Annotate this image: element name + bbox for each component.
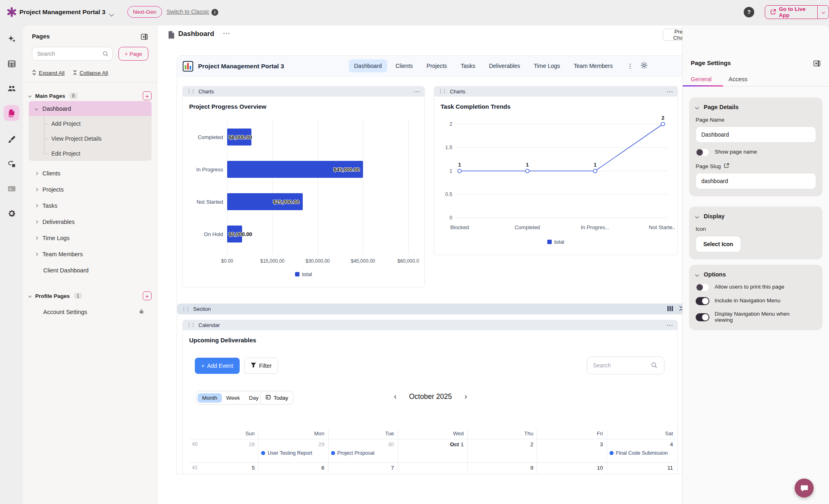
calendar-day-cell[interactable]: 40 28 [189, 439, 259, 463]
pages-icon[interactable] [4, 105, 19, 121]
select-icon-button[interactable]: Select Icon [696, 236, 741, 252]
users-icon[interactable] [4, 80, 19, 96]
chevron-right-icon[interactable]: › [454, 392, 478, 401]
sidebar-item-clients[interactable]: Clients [29, 166, 152, 181]
calendar-day-cell[interactable]: 10 [537, 463, 607, 474]
help-icon[interactable]: ? [744, 7, 754, 17]
overflow-dots-icon[interactable]: ⋮ [627, 62, 633, 70]
collapse-all-link[interactable]: Collapse All [80, 70, 108, 76]
charts-block-header[interactable]: ⋮⋮ Charts ··· [434, 86, 678, 97]
profile-pages-group-header[interactable]: Profile Pages 1 + [29, 290, 152, 302]
display-nav-when-viewing-toggle[interactable] [696, 313, 709, 321]
calendar-day-cell[interactable]: 2 [468, 439, 537, 463]
sidebar-item-client-dashboard[interactable]: Client Dashboard [29, 263, 152, 278]
go-live-chevron-down-icon[interactable] [818, 6, 829, 19]
nav-item-time-logs[interactable]: Time Logs [529, 59, 565, 72]
asterisk-logo-icon[interactable] [6, 7, 17, 19]
columns-icon[interactable] [667, 306, 673, 312]
switch-to-classic-link[interactable]: Switch to Classic [167, 8, 209, 15]
display-header[interactable]: Display [696, 213, 816, 219]
add-event-button[interactable]: + Add Event [195, 358, 240, 374]
billing-icon[interactable] [4, 181, 19, 196]
data-point [458, 169, 462, 173]
nav-item-dashboard[interactable]: Dashboard [349, 59, 387, 72]
date-label: 6 [321, 465, 325, 471]
sidebar-item-time-logs[interactable]: Time Logs [29, 230, 152, 245]
nav-item-deliverables[interactable]: Deliverables [484, 59, 525, 72]
allow-print-toggle[interactable] [696, 283, 709, 291]
legend-label: total [554, 239, 564, 245]
sparkles-icon[interactable] [4, 31, 19, 47]
page-menu-ellipsis-icon[interactable]: ··· [223, 30, 230, 37]
main-pages-group-header[interactable]: Main Pages 8 + [29, 90, 152, 101]
go-to-live-app-button[interactable]: Go to Live App [765, 5, 829, 19]
calendar-day-cell[interactable] [398, 463, 468, 474]
calendar-event[interactable]: Project Proposal [331, 450, 398, 456]
paintbrush-icon[interactable] [4, 131, 19, 147]
calendar-day-cell[interactable]: 6 [259, 463, 328, 474]
calendar-day-cell[interactable]: 3 [537, 439, 607, 463]
calendar-day-cell[interactable]: 9 [468, 463, 537, 474]
page-slug-input[interactable] [696, 173, 816, 189]
calendar-day-cell[interactable]: 41 5 [189, 463, 259, 474]
info-icon[interactable]: i [211, 9, 218, 16]
sidebar-item-tasks[interactable]: Tasks [29, 198, 152, 213]
drag-handle-icon[interactable]: ⋮⋮ [438, 89, 446, 94]
block-menu-ellipsis-icon[interactable]: ··· [667, 89, 673, 95]
external-link-icon[interactable] [724, 163, 729, 169]
drag-handle-icon[interactable]: ⋮⋮ [187, 89, 195, 94]
table-icon[interactable] [4, 56, 19, 72]
nav-item-clients[interactable]: Clients [390, 59, 418, 72]
drag-handle-icon[interactable]: ⋮⋮ [181, 306, 190, 312]
search-icon [651, 362, 658, 370]
charts-block-header[interactable]: ⋮⋮ Charts ··· [182, 86, 425, 97]
workflow-icon[interactable] [4, 156, 19, 172]
block-menu-ellipsis-icon[interactable]: ··· [414, 89, 420, 95]
collapse-panel-right-icon[interactable] [813, 59, 821, 69]
search-icon [102, 51, 109, 59]
add-page-button[interactable]: + Page [118, 47, 148, 61]
options-header[interactable]: Options [696, 271, 816, 278]
calendar-day-cell[interactable]: 29 User Testing Report [259, 439, 328, 463]
sidebar-item-add-project[interactable]: Add Project [29, 116, 152, 131]
show-page-name-toggle[interactable] [696, 148, 709, 156]
nav-item-projects[interactable]: Projects [421, 59, 452, 72]
calendar-event[interactable]: Final Code Submission [610, 450, 677, 456]
sidebar-item-team-members[interactable]: Team Members [29, 247, 152, 261]
sidebar-item-deliverables[interactable]: Deliverables [29, 214, 152, 229]
page-details-header[interactable]: Page Details [696, 104, 816, 110]
theme-sun-icon[interactable] [641, 62, 648, 70]
pages-search-input[interactable] [32, 47, 113, 61]
add-profile-page-button[interactable]: + [143, 291, 152, 300]
calendar-day-cell[interactable]: 4 Final Code Submission [607, 439, 677, 463]
sidebar-item-account-settings[interactable]: Account Settings [29, 304, 152, 319]
page-name-input[interactable] [696, 127, 816, 143]
chat-launcher-icon[interactable] [795, 479, 814, 498]
calendar-event[interactable]: Project Closure Docume [331, 474, 398, 474]
calendar-day-cell[interactable]: 30 Project Proposal [329, 439, 398, 463]
collapse-panel-icon[interactable] [140, 33, 148, 41]
calendar-day-cell[interactable]: 11 [607, 463, 677, 474]
sidebar-item-edit-project[interactable]: Edit Project [29, 146, 152, 161]
section-block-header[interactable]: ⋮⋮ Section ··· [177, 304, 700, 314]
sidebar-item-view-project-details[interactable]: View Project Details [29, 131, 152, 146]
app-header: Project Management Portal 3 Dashboard Cl… [177, 56, 700, 77]
drag-handle-icon[interactable]: ⋮⋮ [187, 322, 195, 328]
calendar-day-cell[interactable]: Oct1 [398, 439, 468, 463]
sidebar-item-projects[interactable]: Projects [29, 182, 152, 197]
expand-all-link[interactable]: Expand All [39, 70, 65, 76]
nav-item-team-members[interactable]: Team Members [569, 59, 618, 72]
workspace-chevron-down-icon[interactable] [110, 10, 113, 17]
calendar-day-cell[interactable]: 7 Project Closure Docume [329, 463, 398, 474]
nav-item-tasks[interactable]: Tasks [456, 59, 481, 72]
calendar-event[interactable]: User Testing Report [261, 450, 328, 456]
include-nav-toggle[interactable] [696, 297, 709, 305]
block-menu-ellipsis-icon[interactable]: ··· [667, 322, 673, 328]
settings-gear-icon[interactable] [4, 205, 19, 221]
gridline [318, 121, 318, 254]
calendar-block-header[interactable]: ⋮⋮ Calendar ··· [182, 320, 678, 330]
sidebar-item-dashboard[interactable]: Dashboard [29, 101, 152, 116]
chevron-left-icon[interactable]: ‹ [383, 392, 407, 401]
filter-button[interactable]: Filter [244, 358, 278, 374]
add-main-page-button[interactable]: + [143, 91, 152, 100]
